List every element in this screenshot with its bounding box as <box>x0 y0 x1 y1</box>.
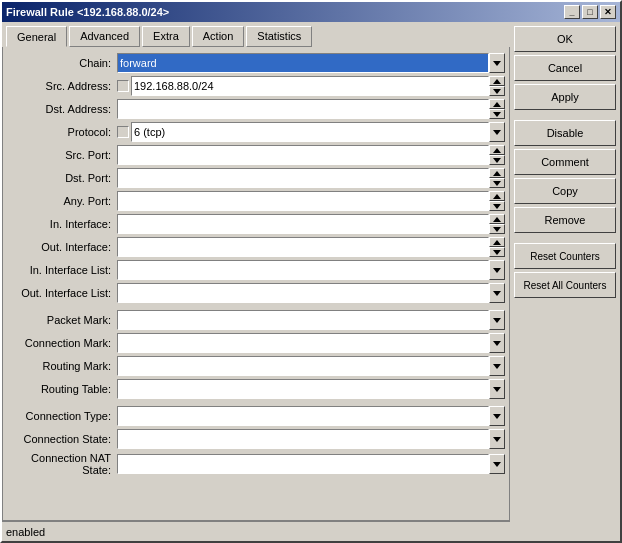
routing-mark-row: Routing Mark: <box>7 356 505 376</box>
routing-mark-label: Routing Mark: <box>7 360 117 372</box>
dst-address-scroll-btns <box>489 99 505 119</box>
connection-mark-dropdown-btn[interactable] <box>489 333 505 353</box>
src-port-scroll-up-btn[interactable] <box>489 145 505 155</box>
left-panel: General Advanced Extra Action Statistics… <box>2 22 510 541</box>
connection-type-dropdown-btn[interactable] <box>489 406 505 426</box>
packet-mark-control <box>117 310 505 330</box>
out-interface-input[interactable] <box>117 237 489 257</box>
scroll-down-icon <box>493 227 501 232</box>
tab-statistics[interactable]: Statistics <box>246 26 312 47</box>
any-port-label: Any. Port: <box>7 195 117 207</box>
src-port-input[interactable] <box>117 145 489 165</box>
chain-dropdown-arrow-icon <box>493 61 501 66</box>
protocol-label: Protocol: <box>7 126 117 138</box>
any-port-scroll-down-btn[interactable] <box>489 201 505 211</box>
connection-nat-state-input[interactable] <box>117 454 489 474</box>
cancel-button[interactable]: Cancel <box>514 55 616 81</box>
connection-mark-input[interactable] <box>117 333 489 353</box>
chain-input[interactable] <box>117 53 489 73</box>
src-address-checkbox[interactable] <box>117 80 129 92</box>
routing-mark-dropdown-btn[interactable] <box>489 356 505 376</box>
any-port-input[interactable] <box>117 191 489 211</box>
dropdown-arrow-icon <box>493 291 501 296</box>
protocol-dropdown-arrow-icon <box>493 130 501 135</box>
routing-table-input[interactable] <box>117 379 489 399</box>
dst-address-scroll-up-btn[interactable] <box>489 99 505 109</box>
out-interface-control <box>117 237 505 257</box>
src-address-row: Src. Address: <box>7 76 505 96</box>
dst-address-label: Dst. Address: <box>7 103 117 115</box>
routing-table-label: Routing Table: <box>7 383 117 395</box>
out-interface-list-control <box>117 283 505 303</box>
reset-all-counters-button[interactable]: Reset All Counters <box>514 272 616 298</box>
in-interface-input[interactable] <box>117 214 489 234</box>
routing-table-dropdown-btn[interactable] <box>489 379 505 399</box>
dst-address-input[interactable] <box>117 99 489 119</box>
connection-mark-control <box>117 333 505 353</box>
connection-type-label: Connection Type: <box>7 410 117 422</box>
any-port-scroll-up-btn[interactable] <box>489 191 505 201</box>
in-interface-scroll-down-btn[interactable] <box>489 224 505 234</box>
any-port-control <box>117 191 505 211</box>
ok-button[interactable]: OK <box>514 26 616 52</box>
protocol-dropdown-btn[interactable] <box>489 122 505 142</box>
connection-type-input[interactable] <box>117 406 489 426</box>
disable-button[interactable]: Disable <box>514 120 616 146</box>
dst-port-scroll-up-btn[interactable] <box>489 168 505 178</box>
src-port-scroll-down-btn[interactable] <box>489 155 505 165</box>
packet-mark-dropdown-btn[interactable] <box>489 310 505 330</box>
in-interface-scroll-up-btn[interactable] <box>489 214 505 224</box>
dst-address-scroll-down-btn[interactable] <box>489 109 505 119</box>
dst-address-control <box>117 99 505 119</box>
dropdown-arrow-icon <box>493 437 501 442</box>
protocol-row: Protocol: <box>7 122 505 142</box>
scroll-up-icon <box>493 148 501 153</box>
in-interface-list-input[interactable] <box>117 260 489 280</box>
routing-table-row: Routing Table: <box>7 379 505 399</box>
connection-state-dropdown-btn[interactable] <box>489 429 505 449</box>
in-interface-list-control <box>117 260 505 280</box>
connection-nat-state-dropdown-btn[interactable] <box>489 454 505 474</box>
comment-button[interactable]: Comment <box>514 149 616 175</box>
minimize-button[interactable]: _ <box>564 5 580 19</box>
scroll-up-icon <box>493 102 501 107</box>
protocol-checkbox[interactable] <box>117 126 129 138</box>
connection-state-input[interactable] <box>117 429 489 449</box>
out-interface-list-input[interactable] <box>117 283 489 303</box>
src-address-input[interactable] <box>131 76 489 96</box>
tab-action[interactable]: Action <box>192 26 245 47</box>
dropdown-arrow-icon <box>493 318 501 323</box>
dst-port-label: Dst. Port: <box>7 172 117 184</box>
window-title: Firewall Rule <192.168.88.0/24> <box>6 6 169 18</box>
connection-type-row: Connection Type: <box>7 406 505 426</box>
src-port-control <box>117 145 505 165</box>
protocol-input[interactable] <box>131 122 489 142</box>
scroll-up-icon <box>493 171 501 176</box>
out-interface-list-dropdown-btn[interactable] <box>489 283 505 303</box>
tab-extra[interactable]: Extra <box>142 26 190 47</box>
copy-button[interactable]: Copy <box>514 178 616 204</box>
status-text: enabled <box>6 526 45 538</box>
apply-button[interactable]: Apply <box>514 84 616 110</box>
reset-counters-button[interactable]: Reset Counters <box>514 243 616 269</box>
src-port-row: Src. Port: <box>7 145 505 165</box>
src-address-scroll-up-btn[interactable] <box>489 76 505 86</box>
remove-button[interactable]: Remove <box>514 207 616 233</box>
chain-dropdown-btn[interactable] <box>489 53 505 73</box>
scroll-up-icon <box>493 194 501 199</box>
titlebar-buttons: _ □ ✕ <box>564 5 616 19</box>
routing-mark-input[interactable] <box>117 356 489 376</box>
tab-advanced[interactable]: Advanced <box>69 26 140 47</box>
src-address-scroll-down-btn[interactable] <box>489 86 505 96</box>
close-button[interactable]: ✕ <box>600 5 616 19</box>
in-interface-list-dropdown-btn[interactable] <box>489 260 505 280</box>
src-address-label: Src. Address: <box>7 80 117 92</box>
packet-mark-input[interactable] <box>117 310 489 330</box>
out-interface-scroll-up-btn[interactable] <box>489 237 505 247</box>
dst-port-input[interactable] <box>117 168 489 188</box>
out-interface-scroll-down-btn[interactable] <box>489 247 505 257</box>
tab-general[interactable]: General <box>6 26 67 47</box>
maximize-button[interactable]: □ <box>582 5 598 19</box>
dst-port-scroll-down-btn[interactable] <box>489 178 505 188</box>
src-port-scroll-btns <box>489 145 505 165</box>
